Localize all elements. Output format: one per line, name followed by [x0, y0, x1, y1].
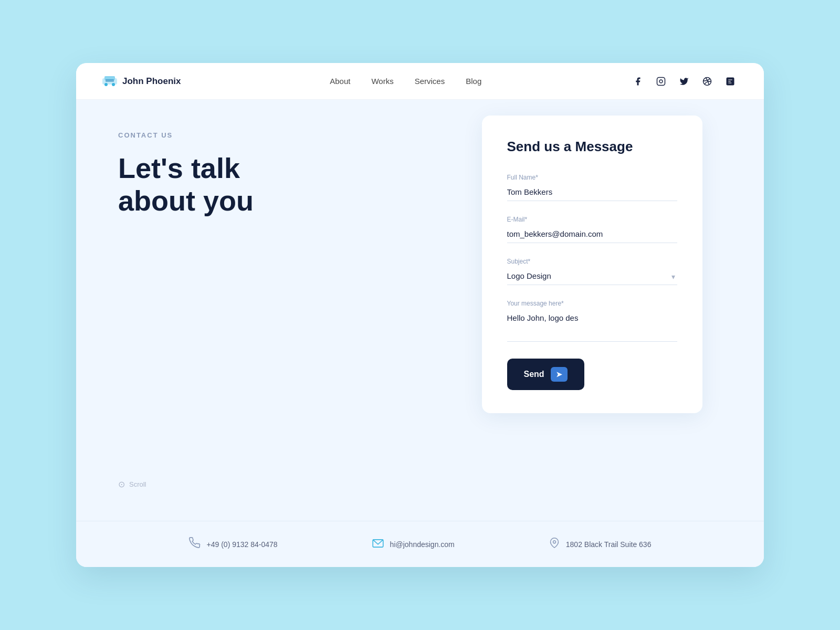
hero-line1: Let's talk: [118, 152, 240, 184]
subject-group: Subject* Logo Design Web Design Branding…: [507, 258, 677, 285]
social-icons-group: [631, 74, 738, 89]
message-label: Your message here*: [507, 300, 677, 307]
right-panel: Send us a Message Full Name* E-Mail* Sub…: [420, 100, 764, 521]
nav-services[interactable]: Services: [415, 77, 445, 86]
svg-rect-4: [106, 79, 114, 82]
email-icon: [372, 538, 384, 550]
browser-frame: John Phoenix About Works Services Blog: [76, 63, 764, 567]
svg-rect-5: [657, 77, 665, 85]
svg-point-2: [104, 83, 108, 86]
scroll-icon: ⊙: [118, 479, 125, 489]
logo[interactable]: John Phoenix: [102, 76, 181, 87]
message-group: Your message here* Hello John, logo des: [507, 300, 677, 344]
logo-icon: [102, 76, 117, 87]
twitter-icon[interactable]: [677, 74, 691, 89]
message-textarea[interactable]: Hello John, logo des: [507, 310, 677, 342]
nav-blog[interactable]: Blog: [466, 77, 481, 86]
main-nav: About Works Services Blog: [330, 77, 481, 86]
subject-select-wrapper: Logo Design Web Design Branding Other ▾: [507, 268, 677, 285]
footer-email: hi@johndesign.com: [372, 538, 455, 550]
footer-address: 1802 Black Trail Suite 636: [549, 537, 652, 551]
email-input[interactable]: [507, 226, 677, 243]
subject-select[interactable]: Logo Design Web Design Branding Other: [507, 268, 677, 285]
send-button[interactable]: Send ➤: [507, 359, 584, 390]
nav-works[interactable]: Works: [371, 77, 393, 86]
phone-icon: [189, 537, 201, 551]
logo-text: John Phoenix: [122, 76, 181, 87]
full-name-input[interactable]: [507, 184, 677, 201]
hero-title: Let's talk about you: [118, 152, 378, 217]
svg-point-3: [112, 83, 115, 86]
full-name-group: Full Name*: [507, 174, 677, 201]
full-name-label: Full Name*: [507, 174, 677, 181]
form-title: Send us a Message: [507, 139, 677, 155]
facebook-icon[interactable]: [631, 74, 645, 89]
email-group: E-Mail*: [507, 216, 677, 243]
medium-icon[interactable]: [723, 74, 738, 89]
scroll-text: Scroll: [129, 480, 146, 488]
nav-about[interactable]: About: [330, 77, 350, 86]
contact-label: CONTACT US: [118, 131, 378, 139]
dribbble-icon[interactable]: [700, 74, 715, 89]
footer-phone-text: +49 (0) 9132 84-0478: [207, 540, 278, 549]
footer-phone: +49 (0) 9132 84-0478: [189, 537, 278, 551]
main-content: CONTACT US Let's talk about you ⊙ Scroll…: [76, 100, 764, 521]
location-icon: [549, 537, 560, 551]
scroll-hint: ⊙ Scroll: [118, 479, 146, 489]
left-panel: CONTACT US Let's talk about you ⊙ Scroll: [76, 100, 420, 521]
footer-email-text: hi@johndesign.com: [390, 540, 455, 549]
header: John Phoenix About Works Services Blog: [76, 63, 764, 100]
send-arrow-icon: ➤: [551, 367, 568, 382]
svg-point-10: [553, 541, 555, 543]
instagram-icon[interactable]: [654, 74, 668, 89]
contact-form-card: Send us a Message Full Name* E-Mail* Sub…: [482, 116, 702, 413]
hero-line2: about you: [118, 185, 254, 216]
footer: +49 (0) 9132 84-0478 hi@johndesign.com 1…: [76, 521, 764, 567]
footer-address-text: 1802 Black Trail Suite 636: [566, 540, 652, 549]
subject-label: Subject*: [507, 258, 677, 265]
email-label: E-Mail*: [507, 216, 677, 223]
send-button-label: Send: [524, 370, 544, 379]
